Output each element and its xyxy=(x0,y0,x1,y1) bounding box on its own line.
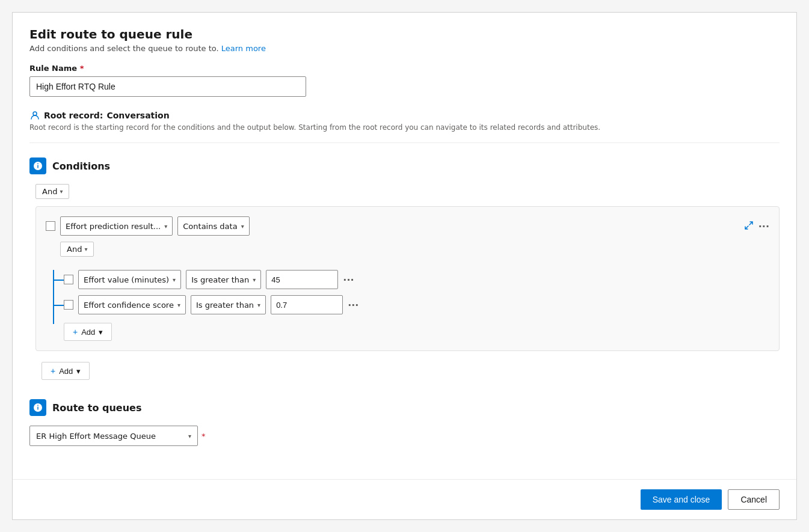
condition-row-1-more[interactable]: ··· xyxy=(758,221,769,232)
conditions-section-icon xyxy=(29,157,46,174)
effort-confidence-chevron: ▾ xyxy=(177,302,180,308)
cancel-button[interactable]: Cancel xyxy=(728,489,780,510)
condition-group: Effort prediction result... ▾ Contains d… xyxy=(35,206,780,351)
inner-add-chevron: ▾ xyxy=(99,328,103,337)
route-section-icon xyxy=(29,399,46,416)
rule-name-input[interactable] xyxy=(29,76,306,97)
effort-value-label: Effort value (minutes) xyxy=(84,275,169,284)
condition-row-1: Effort prediction result... ▾ Contains d… xyxy=(46,216,769,236)
inner-and-badge[interactable]: And ▾ xyxy=(60,242,94,257)
rule-name-label: Rule Name * xyxy=(29,64,780,73)
effort-confidence-label: Effort confidence score xyxy=(84,301,174,310)
inner-rows-wrapper: Effort value (minutes) ▾ Is greater than… xyxy=(64,270,769,341)
effort-value-input[interactable] xyxy=(266,270,338,289)
is-greater-than-select-1[interactable]: Is greater than ▾ xyxy=(186,270,261,289)
outer-add-wrapper: + Add ▾ xyxy=(42,359,780,380)
learn-more-link[interactable]: Learn more xyxy=(221,44,266,53)
condition-row-2: Effort value (minutes) ▾ Is greater than… xyxy=(64,270,769,289)
modal-container: Edit route to queue rule Add conditions … xyxy=(12,12,797,520)
root-record-title: Root record: Conversation xyxy=(29,110,780,121)
effort-prediction-chevron: ▾ xyxy=(164,223,167,230)
outer-add-chevron: ▾ xyxy=(76,367,81,376)
root-record-value: Conversation xyxy=(106,111,169,120)
root-record-label: Root record: xyxy=(44,111,103,120)
top-and-badge[interactable]: And ▾ xyxy=(35,184,69,199)
expand-icon[interactable] xyxy=(744,221,754,232)
effort-value-chevron: ▾ xyxy=(173,277,176,283)
is-greater-than-label-2: Is greater than xyxy=(196,301,254,310)
required-indicator: * xyxy=(80,64,84,73)
effort-confidence-input[interactable] xyxy=(271,295,343,314)
effort-prediction-select[interactable]: Effort prediction result... ▾ xyxy=(60,216,173,236)
queue-dropdown[interactable]: ER High Effort Message Queue ▾ xyxy=(29,426,198,446)
queue-chevron: ▾ xyxy=(188,433,191,439)
contains-data-label: Contains data xyxy=(183,222,237,231)
outer-add-label: Add xyxy=(59,367,73,376)
route-section-header: Route to queues xyxy=(29,399,780,416)
save-and-close-button[interactable]: Save and close xyxy=(641,489,722,510)
inner-add-label: Add xyxy=(81,328,95,337)
condition-row-3-checkbox[interactable] xyxy=(64,300,73,310)
route-to-queues-section: Route to queues ER High Effort Message Q… xyxy=(29,399,780,446)
condition-row-3-more[interactable]: ··· xyxy=(348,299,358,311)
root-record-description: Root record is the starting record for t… xyxy=(29,123,780,132)
condition-row-2-checkbox[interactable] xyxy=(64,275,73,284)
route-to-queues-title: Route to queues xyxy=(52,402,141,414)
conditions-section-header: Conditions xyxy=(29,157,780,174)
root-record-icon xyxy=(29,110,40,121)
is-greater-than-chevron-2: ▾ xyxy=(257,302,260,308)
effort-confidence-select[interactable]: Effort confidence score ▾ xyxy=(78,295,186,314)
inner-add-plus: + xyxy=(73,327,78,337)
effort-value-select[interactable]: Effort value (minutes) ▾ xyxy=(78,270,181,289)
inner-and-chevron: ▾ xyxy=(84,246,87,252)
contains-data-select[interactable]: Contains data ▾ xyxy=(177,216,249,236)
outer-add-plus: + xyxy=(51,366,55,376)
inner-and-label: And xyxy=(67,245,82,254)
condition-row-2-more[interactable]: ··· xyxy=(343,274,354,286)
root-record-section: Root record: Conversation Root record is… xyxy=(29,110,780,143)
is-greater-than-select-2[interactable]: Is greater than ▾ xyxy=(191,295,266,314)
queue-value-label: ER High Effort Message Queue xyxy=(36,432,156,441)
condition-row-1-checkbox[interactable] xyxy=(46,221,55,231)
is-greater-than-chevron-1: ▾ xyxy=(253,277,256,283)
footer: Save and close Cancel xyxy=(13,479,796,519)
effort-prediction-label: Effort prediction result... xyxy=(66,222,161,231)
subtitle-text: Add conditions and select the queue to r… xyxy=(29,44,221,53)
outer-add-button[interactable]: + Add ▾ xyxy=(42,362,90,380)
rule-name-section: Rule Name * xyxy=(29,64,780,97)
top-and-chevron: ▾ xyxy=(60,188,63,195)
contains-data-chevron: ▾ xyxy=(241,223,244,230)
is-greater-than-label-1: Is greater than xyxy=(191,275,249,284)
svg-point-0 xyxy=(33,112,37,115)
condition-row-3: Effort confidence score ▾ Is greater tha… xyxy=(64,295,769,314)
queue-required-star: * xyxy=(201,432,206,441)
conditions-area: And ▾ Effort prediction result... ▾ Cont… xyxy=(35,184,780,380)
top-and-label: And xyxy=(42,187,57,196)
page-subtitle: Add conditions and select the queue to r… xyxy=(29,44,780,53)
queue-select-wrapper: ER High Effort Message Queue ▾ * xyxy=(29,426,780,446)
inner-add-button[interactable]: + Add ▾ xyxy=(64,323,112,341)
page-title: Edit route to queue rule xyxy=(29,27,780,41)
conditions-title: Conditions xyxy=(52,161,110,172)
